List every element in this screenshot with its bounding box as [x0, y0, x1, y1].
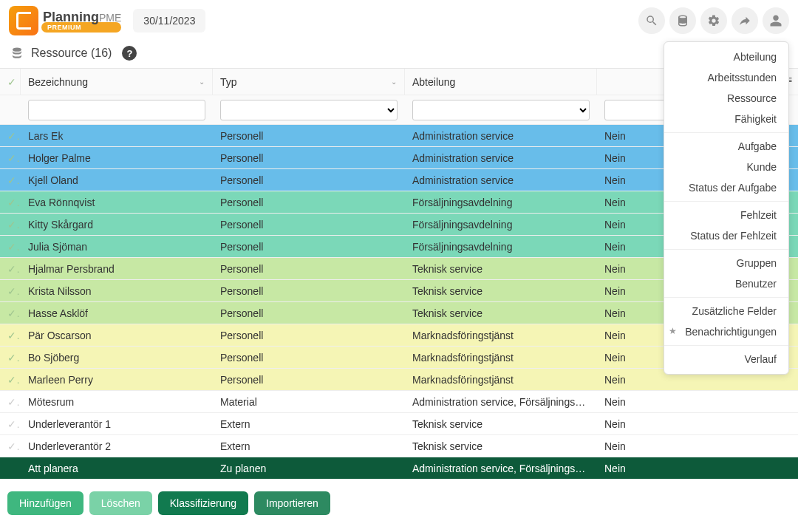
cell-flag: Nein: [597, 440, 789, 452]
menu-item[interactable]: Zusätzliche Felder: [664, 301, 788, 321]
row-check[interactable]: ✓: [0, 219, 21, 231]
cell-type: Personell: [213, 197, 405, 208]
menu-item[interactable]: Status der Aufgabe: [664, 177, 788, 198]
settings-dropdown[interactable]: AbteilungArbeitsstundenRessourceFähigkei…: [664, 41, 789, 375]
row-check[interactable]: ✓: [0, 241, 21, 253]
cell-flag: Nein: [597, 418, 789, 430]
menu-item[interactable]: Fähigkeit: [664, 109, 788, 129]
menu-item[interactable]: Abteilung: [664, 47, 788, 67]
cell-dept: Försäljningsavdelning: [405, 219, 597, 231]
cell-name: Mötesrum: [21, 396, 213, 408]
row-check[interactable]: ✓: [0, 374, 21, 386]
user-icon[interactable]: [763, 7, 789, 34]
row-check[interactable]: ✓: [0, 285, 21, 297]
cell-type: Extern: [213, 440, 405, 452]
cell-name: Underleverantör 1: [21, 418, 213, 430]
table-row[interactable]: ✓ Underleverantör 1 Extern Teknisk servi…: [0, 413, 798, 435]
row-check[interactable]: ✓: [0, 440, 21, 452]
delete-button[interactable]: Löschen: [89, 491, 152, 515]
menu-item[interactable]: Ressource: [664, 88, 788, 109]
search-icon[interactable]: [638, 7, 665, 34]
cell-dept: Teknisk service: [405, 263, 597, 275]
menu-item[interactable]: Arbeitsstunden: [664, 67, 788, 88]
menu-item[interactable]: Aufgabe: [664, 136, 788, 157]
table-row[interactable]: ✓ Underleverantör 2 Extern Teknisk servi…: [0, 435, 798, 457]
logo-icon: [9, 6, 38, 35]
filter-type-select[interactable]: [220, 100, 398, 120]
cell-dept: Marknadsföringstjänst: [405, 330, 597, 341]
cell-flag: Nein: [597, 374, 789, 386]
menu-item[interactable]: Fehlzeit: [664, 205, 788, 225]
row-check[interactable]: ✓: [0, 174, 21, 186]
menu-item[interactable]: Gruppen: [664, 253, 788, 273]
cell-dept: Administration service: [405, 174, 597, 186]
cell-type: Material: [213, 396, 405, 408]
page-title: Ressource (16): [31, 47, 112, 60]
row-check[interactable]: ✓: [0, 396, 21, 408]
import-button[interactable]: Importieren: [254, 491, 330, 515]
menu-item[interactable]: Benutzer: [664, 273, 788, 294]
table-row[interactable]: ✓ Mötesrum Material Administration servi…: [0, 391, 798, 413]
cell-type: Personell: [213, 174, 405, 186]
table-row[interactable]: ✓ Att planera Zu planen Administration s…: [0, 457, 798, 480]
cell-name: Kjell Oland: [21, 174, 213, 186]
cell-flag: Nein: [597, 396, 789, 408]
row-check[interactable]: ✓: [0, 197, 21, 208]
cell-type: Personell: [213, 352, 405, 364]
row-check[interactable]: ✓: [0, 307, 21, 319]
cell-dept: Marknadsföringstjänst: [405, 352, 597, 364]
cell-name: Bo Sjöberg: [21, 352, 213, 364]
filter-dept-select[interactable]: [412, 100, 590, 120]
row-check[interactable]: ✓: [0, 463, 21, 474]
row-check[interactable]: ✓: [0, 330, 21, 341]
footer-actions: Hinzufügen Löschen Klassifizierung Impor…: [0, 480, 798, 527]
cell-dept: Administration service: [405, 152, 597, 164]
cell-type: Extern: [213, 418, 405, 430]
help-icon[interactable]: ?: [122, 46, 137, 61]
menu-item[interactable]: Kunde: [664, 157, 788, 177]
cell-type: Personell: [213, 130, 405, 142]
cell-type: Zu planen: [213, 463, 405, 474]
cell-name: Att planera: [21, 463, 213, 474]
cell-name: Julia Sjöman: [21, 241, 213, 253]
menu-item-notifications[interactable]: Benachrichtigungen: [664, 321, 788, 342]
menu-item[interactable]: Verlauf: [664, 349, 788, 369]
cell-type: Personell: [213, 152, 405, 164]
menu-item[interactable]: Status der Fehlzeit: [664, 225, 788, 246]
cell-dept: Marknadsföringstjänst: [405, 374, 597, 386]
cell-name: Hasse Asklöf: [21, 307, 213, 319]
cell-name: Holger Palme: [21, 152, 213, 164]
cell-type: Personell: [213, 374, 405, 386]
cell-type: Personell: [213, 241, 405, 253]
cell-name: Krista Nilsson: [21, 285, 213, 297]
cell-dept: Teknisk service: [405, 440, 597, 452]
row-check[interactable]: ✓: [0, 352, 21, 364]
share-icon[interactable]: [732, 7, 758, 34]
col-dept[interactable]: Abteilung: [405, 69, 597, 95]
add-button[interactable]: Hinzufügen: [7, 491, 83, 515]
classify-button[interactable]: Klassifizierung: [158, 491, 248, 515]
date-picker[interactable]: 30/11/2023: [133, 9, 205, 33]
col-name[interactable]: Bezeichnung⌄: [21, 69, 213, 95]
cell-name: Hjalmar Persbrand: [21, 263, 213, 275]
cell-dept: Administration service: [405, 130, 597, 142]
filter-name-input[interactable]: [28, 100, 205, 120]
cell-dept: Försäljningsavdelning: [405, 197, 597, 208]
database-icon[interactable]: [669, 7, 696, 34]
row-check[interactable]: ✓: [0, 263, 21, 275]
row-check[interactable]: ✓: [0, 418, 21, 430]
cell-name: Pär Oscarson: [21, 330, 213, 341]
cell-dept: Teknisk service: [405, 418, 597, 430]
cell-type: Personell: [213, 263, 405, 275]
cell-name: Kitty Skårgard: [21, 219, 213, 231]
col-type[interactable]: Typ⌄: [213, 69, 405, 95]
cell-dept: Administration service, Försäljningsav…: [405, 463, 597, 474]
cell-name: Marleen Perry: [21, 374, 213, 386]
cell-type: Personell: [213, 219, 405, 231]
brand-text: PlanningPME: [43, 10, 121, 25]
row-check[interactable]: ✓: [0, 152, 21, 164]
cell-type: Personell: [213, 307, 405, 319]
row-check[interactable]: ✓: [0, 130, 21, 142]
gear-icon[interactable]: [700, 7, 727, 34]
header-check[interactable]: ✓: [0, 69, 21, 95]
